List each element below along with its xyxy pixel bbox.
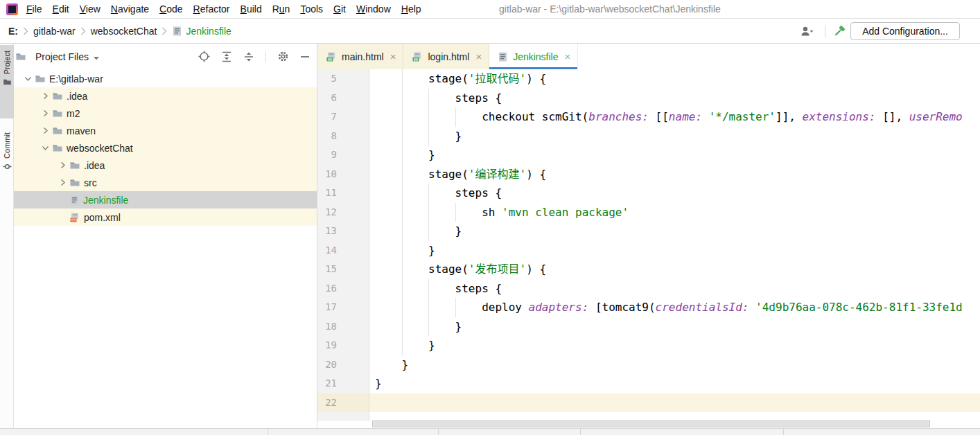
tool-window-tab-commit[interactable]: Commit [0, 127, 14, 204]
settings-gear-icon[interactable] [277, 51, 289, 62]
chevron-right-icon[interactable] [40, 127, 51, 134]
doc-icon [69, 195, 80, 206]
hide-panel-icon[interactable] [300, 55, 310, 58]
strip-divider [580, 429, 581, 435]
menu-item-build[interactable]: Build [240, 3, 271, 15]
title-bar: FileEditViewNavigateCodeRefactorBuildRun… [0, 0, 980, 19]
user-dropdown-icon[interactable] [800, 25, 814, 37]
code-line-20[interactable]: } [369, 355, 980, 375]
breadcrumb-segment[interactable]: Jenkinsfile [172, 26, 231, 37]
tree-row--idea[interactable]: .idea [14, 87, 317, 105]
folder-icon [52, 108, 63, 119]
code-token: stage( [375, 72, 469, 85]
code-token: } [375, 358, 408, 371]
menu-item-navigate[interactable]: Navigate [111, 3, 158, 15]
editor-tab-main-html[interactable]: Hmain.html× [317, 44, 403, 69]
menu-item-tools[interactable]: Tools [300, 3, 332, 15]
code-token: } [375, 377, 382, 390]
menu-item-window[interactable]: Window [356, 3, 400, 15]
add-configuration-button[interactable]: Add Configuration... [850, 22, 960, 40]
breadcrumb-segment[interactable]: websocketChat [91, 26, 157, 37]
line-number: 8 [317, 127, 369, 146]
tree-row-src[interactable]: src [14, 174, 317, 191]
folder-icon [35, 73, 46, 85]
intellij-logo-icon [6, 3, 18, 15]
chevron-right-icon[interactable] [57, 179, 68, 186]
header-divider [265, 51, 266, 62]
chevron-down-icon[interactable] [22, 75, 33, 82]
expand-all-icon[interactable] [221, 51, 232, 62]
indent-guide [455, 107, 456, 127]
tree-row-maven[interactable]: maven [14, 122, 317, 139]
folder-icon [69, 177, 80, 188]
code-line-9[interactable]: } [369, 145, 980, 165]
menu-item-edit[interactable]: Edit [53, 3, 78, 15]
status-strip [0, 428, 980, 435]
code-line-11[interactable]: steps { [369, 184, 980, 203]
code-line-12[interactable]: sh 'mvn clean package' [369, 203, 980, 222]
code-line-15[interactable]: stage('发布项目') { [369, 260, 980, 279]
code-pane[interactable]: stage('拉取代码') { steps { checkout scmGit(… [369, 69, 980, 421]
chevron-down-icon[interactable] [40, 144, 51, 152]
code-line-21[interactable]: } [369, 374, 980, 393]
strip-divider [783, 429, 784, 435]
code-line-8[interactable]: } [369, 127, 980, 146]
horizontal-scrollbar-thumb[interactable] [372, 420, 930, 427]
chevron-right-icon[interactable] [40, 92, 51, 100]
menu-item-view[interactable]: View [80, 3, 110, 15]
project-view-selector[interactable]: Project Files [35, 51, 89, 62]
code-token: sh [375, 206, 502, 219]
string-token: '编译构建' [469, 168, 526, 181]
menu-item-code[interactable]: Code [159, 3, 191, 15]
code-line-19[interactable]: } [369, 336, 980, 355]
editor-tab-jenkinsfile[interactable]: Jenkinsfile× [489, 44, 578, 69]
menu-item-file[interactable]: File [26, 3, 51, 15]
code-line-13[interactable]: } [369, 222, 980, 241]
svg-text:H: H [414, 56, 418, 61]
tree-row-m2[interactable]: m2 [14, 105, 317, 122]
tree-row-websocketchat[interactable]: websocketChat [14, 139, 317, 157]
tool-window-tab-project[interactable]: Project [0, 45, 14, 118]
line-number: 21 [317, 374, 369, 393]
breadcrumb-segment[interactable]: E: [8, 26, 18, 37]
breadcrumb-segment[interactable]: gitlab-war [33, 26, 76, 37]
code-line-5[interactable]: stage('拉取代码') { [369, 69, 980, 89]
tree-row-jenkinsfile[interactable]: Jenkinsfile [14, 191, 317, 208]
tree-row--idea[interactable]: .idea [14, 157, 317, 174]
menu-bar: FileEditViewNavigateCodeRefactorBuildRun… [26, 3, 432, 15]
breadcrumb-chevron-icon [23, 27, 28, 35]
editor-tab-login-html[interactable]: Hlogin.html× [403, 44, 489, 69]
chevron-right-icon[interactable] [57, 161, 68, 169]
collapse-all-icon[interactable] [243, 51, 254, 62]
close-tab-icon[interactable]: × [475, 51, 482, 62]
maven-icon: <> [69, 212, 80, 223]
build-hammer-icon[interactable] [832, 24, 846, 38]
close-tab-icon[interactable]: × [565, 51, 571, 62]
code-line-10[interactable]: stage('编译构建') { [369, 165, 980, 184]
code-line-18[interactable]: } [369, 317, 980, 337]
close-tab-icon[interactable]: × [390, 51, 396, 62]
code-line-17[interactable]: deploy adapters: [tomcat9(credentialsId:… [369, 298, 980, 317]
tool-window-tab-label: Project [3, 51, 11, 74]
tree-row-e-gitlab-war[interactable]: E:\gitlab-war [14, 70, 317, 87]
chevron-right-icon[interactable] [40, 109, 51, 117]
code-token: stage( [375, 263, 469, 276]
line-number: 13 [317, 222, 369, 241]
code-line-16[interactable]: steps { [369, 279, 980, 299]
menu-item-run[interactable]: Run [272, 3, 299, 15]
chevron-down-icon[interactable] [93, 51, 100, 63]
menu-item-help[interactable]: Help [401, 3, 430, 15]
code-line-14[interactable]: } [369, 241, 980, 260]
code-line-6[interactable]: steps { [369, 89, 980, 108]
menu-item-refactor[interactable]: Refactor [193, 3, 239, 15]
code-line-7[interactable]: checkout scmGit(branches: [[name: '*/mas… [369, 107, 980, 127]
svg-text:H: H [328, 56, 331, 61]
project-panel-header: Project Files [14, 44, 317, 69]
code-token [749, 301, 755, 314]
menu-item-git[interactable]: Git [333, 3, 355, 15]
tree-row-pom-xml[interactable]: <>pom.xml [14, 208, 317, 226]
indent-guide [455, 203, 456, 222]
tree-label: E:\gitlab-war [49, 73, 103, 85]
code-line-22[interactable] [369, 393, 980, 413]
locate-icon[interactable] [198, 51, 210, 62]
